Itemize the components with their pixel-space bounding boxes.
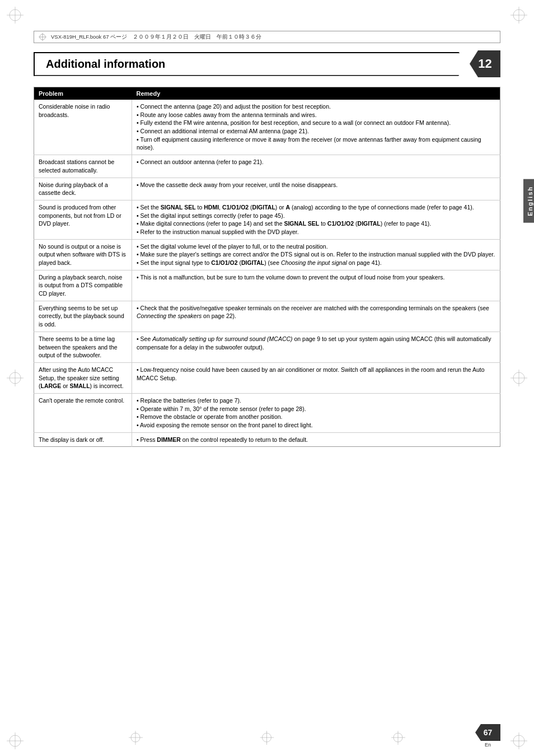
page-lang: En — [485, 742, 491, 748]
table-row: After using the Auto MCACC Setup, the sp… — [34, 362, 500, 393]
problem-cell: Can't operate the remote control. — [34, 393, 132, 432]
table-row: During a playback search, noise is outpu… — [34, 270, 500, 301]
file-info-bar: VSX-819H_RLF.book 67 ページ ２００９年１月２０日 火曜日 … — [34, 31, 500, 43]
remedy-cell: • Connect an outdoor antenna (refer to p… — [132, 155, 500, 178]
table-row: The display is dark or off.• Press DIMME… — [34, 432, 500, 447]
table-row: Can't operate the remote control.• Repla… — [34, 393, 500, 432]
remedy-cell: • Set the digital volume level of the pl… — [132, 239, 500, 270]
problem-cell: Sound is produced from other components,… — [34, 200, 132, 239]
table-row: Considerable noise in radio broadcasts.•… — [34, 100, 500, 155]
problem-cell: After using the Auto MCACC Setup, the sp… — [34, 362, 132, 393]
table-row: Sound is produced from other components,… — [34, 200, 500, 239]
remedy-cell: • Press DIMMER on the control repeatedly… — [132, 432, 500, 447]
col-header-problem: Problem — [34, 87, 132, 100]
language-tab: English — [523, 179, 534, 223]
remedy-cell: • Check that the positive/negative speak… — [132, 301, 500, 332]
table-row: There seems to be a time lag between the… — [34, 332, 500, 362]
problem-cell: No sound is output or a noise is output … — [34, 239, 132, 270]
crosshair-icon — [39, 33, 46, 41]
problem-cell: Noise during playback of a cassette deck… — [34, 178, 132, 200]
col-header-remedy: Remedy — [132, 87, 500, 100]
problem-cell: The display is dark or off. — [34, 432, 132, 447]
corner-crosshair-tr — [510, 7, 527, 24]
remedy-cell: • Move the cassette deck away from your … — [132, 178, 500, 200]
mid-crosshair-left — [7, 370, 24, 386]
table-row: Noise during playback of a cassette deck… — [34, 178, 500, 200]
bottom-crosshair-right — [391, 731, 405, 745]
chapter-title: Additional information — [34, 52, 470, 76]
main-content: Problem Remedy Considerable noise in rad… — [34, 87, 500, 711]
remedy-cell: • Set the SIGNAL SEL to HDMI, C1/O1/O2 (… — [132, 200, 500, 239]
corner-crosshair-tl — [7, 7, 24, 24]
problem-cell: During a playback search, noise is outpu… — [34, 270, 132, 301]
corner-crosshair-bl — [7, 732, 24, 749]
remedy-cell: • See Automatically setting up for surro… — [132, 332, 500, 362]
chapter-number: 12 — [470, 50, 500, 77]
problem-cell: Broadcast stations cannot be selected au… — [34, 155, 132, 178]
bottom-crosshair-mid — [260, 731, 274, 745]
page-number-container: 67 En — [475, 724, 500, 748]
page-number: 67 — [475, 724, 500, 741]
remedy-cell: • Connect the antenna (page 20) and adju… — [132, 100, 500, 155]
remedy-cell: • Replace the batteries (refer to page 7… — [132, 393, 500, 432]
corner-crosshair-br — [510, 732, 527, 749]
problem-cell: Everything seems to be set up correctly,… — [34, 301, 132, 332]
remedy-cell: • This is not a malfunction, but be sure… — [132, 270, 500, 301]
table-row: Everything seems to be set up correctly,… — [34, 301, 500, 332]
table-row: No sound is output or a noise is output … — [34, 239, 500, 270]
mid-crosshair-right — [510, 370, 527, 386]
file-info-text: VSX-819H_RLF.book 67 ページ ２００９年１月２０日 火曜日 … — [51, 34, 261, 41]
remedy-cell: • Low-frequency noise could have been ca… — [132, 362, 500, 393]
problem-cell: There seems to be a time lag between the… — [34, 332, 132, 362]
table-row: Broadcast stations cannot be selected au… — [34, 155, 500, 178]
bottom-crosshair-left — [129, 731, 143, 745]
troubleshoot-table: Problem Remedy Considerable noise in rad… — [34, 87, 500, 447]
problem-cell: Considerable noise in radio broadcasts. — [34, 100, 132, 155]
chapter-header: Additional information 12 — [34, 50, 500, 77]
